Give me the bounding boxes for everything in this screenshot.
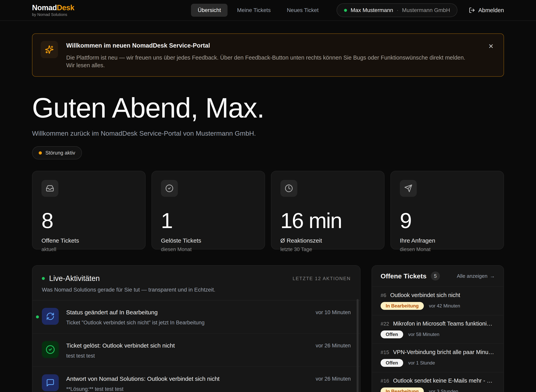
brand-name: NomadDesk: [32, 4, 74, 12]
stat-sublabel: diesen Monat: [400, 246, 494, 252]
live-dot-icon: [42, 277, 45, 280]
open-tickets-title: Offene Tickets: [381, 272, 427, 280]
ticket-id: #6: [381, 292, 386, 299]
arrow-right-icon: →: [490, 273, 495, 279]
activity-subtitle: Ticket "Outlook verbindet sich nicht" is…: [66, 320, 308, 326]
banner-text: Willkommen im neuen NomadDesk Service-Po…: [66, 41, 474, 69]
stat-sublabel: aktuell: [42, 246, 136, 252]
activity-title: Antwort von Nomad Solutions: Outlook ver…: [66, 375, 308, 382]
ticket-status-badge: In Bearbeitung: [381, 302, 424, 310]
activity-title: Status geändert auf In Bearbeitung: [66, 309, 308, 316]
open-tickets-header: Offene Tickets 5 Alle anzeigen →: [372, 266, 504, 286]
ticket-id: #15: [381, 349, 389, 355]
user-name: Max Mustermann: [351, 7, 393, 13]
live-activity-meta: LETZTE 12 AKTIONEN: [293, 276, 351, 281]
activity-subtitle: **Lösung:** test test test: [66, 386, 308, 392]
activity-item: Antwort von Nomad Solutions: Outlook ver…: [32, 367, 360, 392]
ticket-title: Outlook verbindet sich nicht: [390, 292, 460, 299]
status-badge-label: Störung aktiv: [45, 150, 75, 156]
stat-card-open-tickets: 8 Offene Tickets aktuell: [32, 171, 146, 249]
user-separator: ·: [397, 7, 398, 13]
stat-value: 1: [161, 210, 256, 231]
tab-meine-tickets[interactable]: Meine Tickets: [230, 4, 277, 17]
ticket-id: #22: [381, 321, 389, 327]
ticket-status-badge: Offen: [381, 331, 403, 338]
activity-item: Ticket gelöst: Outlook verbindet sich ni…: [32, 334, 360, 367]
send-icon: [400, 180, 417, 197]
check-circle-icon: [161, 180, 178, 197]
clock-icon: [280, 180, 297, 197]
activity-time: vor 26 Minuten: [315, 374, 351, 382]
activity-time: vor 26 Minuten: [315, 341, 351, 349]
ticket-title: VPN-Verbindung bricht alle paar Minuten …: [393, 349, 495, 355]
ticket-list-item[interactable]: #22 Mikrofon in Microsoft Teams funktion…: [372, 315, 504, 343]
check-circle-icon: [42, 341, 59, 358]
brand-name-primary: Nomad: [32, 4, 57, 12]
sparkles-icon: [41, 41, 58, 58]
live-activity-panel: Live-Aktivitäten LETZTE 12 AKTIONEN Was …: [32, 265, 360, 392]
brand-tagline: by Nomad Solutions: [32, 12, 74, 17]
show-all-label: Alle anzeigen: [457, 273, 487, 279]
brand-logo: NomadDesk by Nomad Solutions: [32, 4, 74, 17]
user-online-dot-icon: [344, 9, 347, 12]
welcome-banner: Willkommen im neuen NomadDesk Service-Po…: [32, 33, 504, 77]
activity-subtitle: test test test: [66, 353, 308, 359]
ticket-status-badge: Offen: [381, 359, 403, 367]
status-badge: Störung aktiv: [32, 146, 82, 159]
open-tickets-panel: Offene Tickets 5 Alle anzeigen → #6 Outl…: [372, 265, 504, 392]
stat-value: 16 min: [280, 210, 375, 231]
live-activity-header: Live-Aktivitäten LETZTE 12 AKTIONEN Was …: [32, 266, 360, 300]
banner-body: Die Plattform ist neu — wir freuen uns ü…: [66, 54, 474, 69]
close-icon[interactable]: ×: [489, 42, 493, 50]
tab-uebersicht[interactable]: Übersicht: [191, 4, 227, 17]
stat-card-reaction-time: 16 min Ø Reaktionszeit letzte 30 Tage: [271, 171, 384, 249]
ticket-title: Mikrofon in Microsoft Teams funktioniert…: [393, 320, 495, 327]
live-activity-subtitle: Was Nomad Solutions gerade für Sie tut —…: [42, 287, 351, 293]
logout-icon: [469, 7, 475, 13]
stat-card-solved-tickets: 1 Gelöste Tickets diesen Monat: [152, 171, 265, 249]
tab-neues-ticket[interactable]: Neues Ticket: [280, 4, 325, 17]
user-company: Mustermann GmbH: [402, 7, 450, 13]
activity-title: Ticket gelöst: Outlook verbindet sich ni…: [66, 342, 308, 349]
ticket-title: Outlook sendet keine E-Mails mehr - blei…: [393, 378, 495, 384]
show-all-link[interactable]: Alle anzeigen →: [457, 273, 495, 279]
stat-sublabel: diesen Monat: [161, 246, 256, 252]
ticket-time: vor 3 Stunden: [429, 389, 458, 392]
ticket-time: vor 42 Minuten: [429, 303, 460, 309]
stat-value: 8: [42, 210, 136, 231]
stat-card-your-requests: 9 Ihre Anfragen diesen Monat: [390, 171, 504, 249]
activity-time: vor 10 Minuten: [315, 308, 351, 316]
top-nav: NomadDesk by Nomad Solutions Übersicht M…: [0, 0, 536, 21]
stats-row: 8 Offene Tickets aktuell 1 Gelöste Ticke…: [32, 165, 504, 249]
banner-title: Willkommen im neuen NomadDesk Service-Po…: [66, 42, 474, 49]
page-greeting: Guten Abend, Max.: [32, 93, 504, 122]
scrollbar-thumb[interactable]: [357, 299, 359, 392]
nav-tabs: Übersicht Meine Tickets Neues Ticket: [191, 4, 325, 17]
ticket-list-item[interactable]: #15 VPN-Verbindung bricht alle paar Minu…: [372, 343, 504, 372]
stat-label: Ø Reaktionszeit: [280, 237, 375, 244]
ticket-list-item[interactable]: #16 Outlook sendet keine E-Mails mehr - …: [372, 372, 504, 392]
ticket-time: vor 1 Stunde: [408, 360, 435, 366]
logout-button[interactable]: Abmelden: [469, 7, 504, 14]
inbox-icon: [42, 180, 58, 197]
page-subtitle: Willkommen zurück im NomadDesk Service-P…: [32, 130, 504, 137]
status-dot-icon: [39, 151, 42, 154]
live-activity-title: Live-Aktivitäten: [49, 274, 100, 283]
message-icon: [42, 374, 59, 391]
live-indicator-dot-icon: [36, 315, 39, 318]
stat-label: Ihre Anfragen: [400, 237, 494, 244]
activity-list: Status geändert auf In Bearbeitung Ticke…: [32, 300, 360, 392]
stat-label: Offene Tickets: [42, 237, 136, 244]
ticket-id: #16: [381, 378, 389, 384]
ticket-time: vor 58 Minuten: [408, 332, 439, 337]
open-tickets-count-badge: 5: [431, 271, 440, 280]
brand-name-accent: Desk: [57, 4, 74, 12]
user-pill[interactable]: Max Mustermann · Mustermann GmbH: [337, 3, 457, 17]
logout-label: Abmelden: [478, 7, 504, 14]
ticket-status-badge: In Bearbeitung: [381, 387, 424, 392]
activity-item: Status geändert auf In Bearbeitung Ticke…: [32, 300, 360, 334]
stat-value: 9: [400, 210, 494, 231]
ticket-list-item[interactable]: #6 Outlook verbindet sich nicht In Bearb…: [372, 286, 504, 315]
stat-label: Gelöste Tickets: [161, 237, 256, 244]
refresh-icon: [42, 308, 59, 325]
